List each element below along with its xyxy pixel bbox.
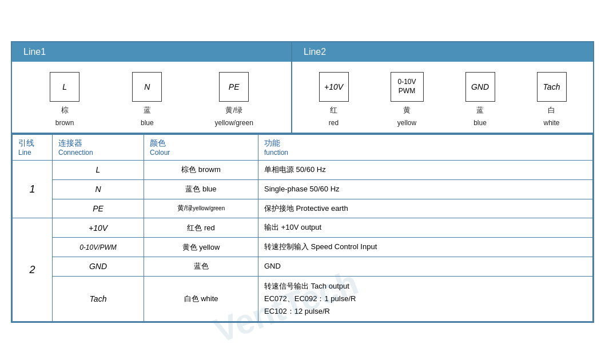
line2-header: Line2: [292, 42, 593, 62]
connector-10V: +10V 红 red: [319, 72, 349, 127]
label-en-PWM: yellow: [397, 119, 416, 127]
label-zh-L: 棕: [61, 105, 69, 115]
box-label-L: L: [62, 82, 67, 91]
conn-GND-cell: GND: [53, 257, 144, 276]
func-L-cell: 单相电源 50/60 Hz: [258, 160, 593, 179]
header-line-zh: 引线: [18, 138, 46, 149]
connector-N: N 蓝 blue: [132, 72, 162, 127]
label-zh-PWM: 黄: [403, 105, 411, 115]
table-row: GND 蓝色 GND: [13, 257, 593, 276]
header-func-cell: 功能 function: [258, 134, 593, 161]
func-10V-cell: 输出 +10V output: [258, 218, 593, 238]
table-row: 2 +10V 红色 red 输出 +10V output: [13, 218, 593, 238]
box-label-N: N: [144, 82, 150, 91]
line1-header: Line1: [12, 42, 292, 62]
table-row: PE 黄/绿yellow/green 保护接地 Protective earth: [13, 199, 593, 218]
header-func-zh: 功能: [264, 138, 587, 149]
connector-box-Tach: Tach: [537, 72, 567, 102]
label-en-L: brown: [55, 119, 74, 127]
diagram-line2: +10V 红 red 0-10VPWM 黄 yellow GND 蓝 blue …: [292, 62, 593, 133]
header-line-cell: 引线 Line: [13, 134, 53, 161]
label-zh-10V: 红: [330, 105, 337, 115]
func-PE-cell: 保护接地 Protective earth: [258, 199, 593, 218]
colour-GND-cell: 蓝色: [144, 257, 258, 276]
connector-L: L 棕 brown: [50, 72, 79, 127]
connector-box-N: N: [132, 72, 162, 102]
label-en-Tach: white: [543, 119, 559, 127]
box-label-10V: +10V: [324, 82, 343, 91]
header-func-en: function: [264, 149, 587, 157]
func-PWM-cell: 转速控制输入 Speed Control Input: [258, 238, 593, 257]
box-label-GND: GND: [471, 82, 489, 91]
header-colour-cell: 颜色 Colour: [144, 134, 258, 161]
table-row: N 蓝色 blue Single-phase 50/60 Hz: [13, 179, 593, 199]
label-en-10V: red: [329, 119, 339, 127]
diagram-row: L 棕 brown N 蓝 blue PE 黄/绿 yellow/green: [12, 62, 593, 134]
header-line-en: Line: [18, 149, 46, 157]
colour-PE-cell: 黄/绿yellow/green: [144, 199, 258, 218]
func-N-cell: Single-phase 50/60 Hz: [258, 179, 593, 199]
connector-box-L: L: [50, 72, 79, 102]
connector-box-PE: PE: [219, 72, 249, 102]
main-wrapper: Line1 Line2 L 棕 brown N 蓝 blue PE 黄/绿: [11, 41, 594, 323]
connector-PWM: 0-10VPWM 黄 yellow: [391, 72, 424, 127]
colour-N-cell: 蓝色 blue: [144, 179, 258, 199]
header-colour-en: Colour: [150, 149, 252, 157]
conn-N-cell: N: [53, 179, 144, 199]
label-zh-GND: 蓝: [476, 105, 484, 115]
colour-10V-cell: 红色 red: [144, 218, 258, 238]
header-conn-cell: 连接器 Connection: [53, 134, 144, 161]
header-row: Line1 Line2: [12, 42, 593, 62]
conn-PE-cell: PE: [53, 199, 144, 218]
colour-Tach-cell: 白色 white: [144, 276, 258, 321]
table-row: Tach 白色 white 转速信号输出 Tach output EC072、E…: [13, 276, 593, 321]
connector-GND: GND 蓝 blue: [465, 72, 495, 127]
table-header: 引线 Line 连接器 Connection 颜色 Colour 功能 func…: [13, 134, 593, 161]
box-label-PE: PE: [229, 82, 240, 91]
box-label-PWM: 0-10VPWM: [397, 78, 416, 95]
func-GND-cell: GND: [258, 257, 593, 276]
line1-num: 1: [13, 160, 53, 218]
conn-10V-cell: +10V: [53, 218, 144, 238]
colour-PWM-cell: 黄色 yellow: [144, 238, 258, 257]
connector-box-GND: GND: [465, 72, 495, 102]
conn-Tach-cell: Tach: [53, 276, 144, 321]
header-colour-zh: 颜色: [150, 138, 252, 149]
colour-L-cell: 棕色 browm: [144, 160, 258, 179]
label-en-N: blue: [141, 119, 154, 127]
label-en-PE: yellow/green: [215, 119, 253, 127]
conn-L-cell: L: [53, 160, 144, 179]
header-conn-en: Connection: [58, 149, 138, 157]
connector-Tach: Tach 白 white: [537, 72, 567, 127]
connector-PE: PE 黄/绿 yellow/green: [215, 72, 253, 127]
line2-num: 2: [13, 218, 53, 322]
label-zh-N: 蓝: [144, 105, 151, 115]
header-conn-zh: 连接器: [58, 138, 138, 149]
diagram-line1: L 棕 brown N 蓝 blue PE 黄/绿 yellow/green: [12, 62, 292, 133]
connector-box-PWM: 0-10VPWM: [391, 72, 424, 102]
label-zh-PE: 黄/绿: [225, 105, 242, 115]
func-Tach-cell: 转速信号输出 Tach output EC072、EC092：1 pulse/R…: [258, 276, 593, 321]
label-en-GND: blue: [473, 119, 487, 127]
table-row: 1 L 棕色 browm 单相电源 50/60 Hz: [13, 160, 593, 179]
table-row: 0-10V/PWM 黄色 yellow 转速控制输入 Speed Control…: [13, 238, 593, 257]
conn-PWM-cell: 0-10V/PWM: [53, 238, 144, 257]
main-container: Line1 Line2 L 棕 brown N 蓝 blue PE 黄/绿: [11, 41, 594, 323]
label-zh-Tach: 白: [548, 105, 555, 115]
wiring-table: 引线 Line 连接器 Connection 颜色 Colour 功能 func…: [12, 134, 593, 322]
connector-box-10V: +10V: [319, 72, 349, 102]
box-label-Tach: Tach: [543, 82, 560, 91]
